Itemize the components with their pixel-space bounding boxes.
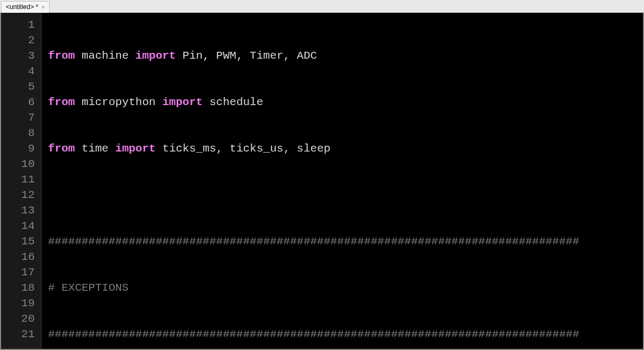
code-line: from machine import Pin, PWM, Timer, ADC xyxy=(48,48,643,63)
close-icon[interactable]: × xyxy=(42,4,45,10)
line-number: 13 xyxy=(5,203,35,218)
code-line: ########################################… xyxy=(48,327,643,342)
line-number: 14 xyxy=(5,218,35,234)
file-tab[interactable]: <untitled> * × xyxy=(1,1,50,13)
line-number: 7 xyxy=(5,110,35,125)
line-number-gutter: 1 2 3 4 5 6 7 8 9 10 11 12 13 14 15 16 1… xyxy=(1,13,42,349)
line-number: 19 xyxy=(5,296,35,311)
line-number: 2 xyxy=(5,33,35,48)
line-number: 18 xyxy=(5,280,35,296)
code-pane[interactable]: from machine import Pin, PWM, Timer, ADC… xyxy=(42,13,643,349)
code-line: from time import ticks_ms, ticks_us, sle… xyxy=(48,141,643,156)
line-number: 21 xyxy=(5,327,35,342)
line-number: 9 xyxy=(5,141,35,156)
editor: 1 2 3 4 5 6 7 8 9 10 11 12 13 14 15 16 1… xyxy=(0,13,644,350)
line-number: 20 xyxy=(5,311,35,327)
code-line: from micropython import schedule xyxy=(48,94,643,110)
line-number: 17 xyxy=(5,265,35,280)
line-number: 6 xyxy=(5,94,35,110)
tab-bar: <untitled> * × xyxy=(0,0,644,13)
line-number: 11 xyxy=(5,172,35,187)
code-line xyxy=(48,187,643,203)
line-number: 16 xyxy=(5,249,35,265)
line-number: 12 xyxy=(5,187,35,203)
line-number: 1 xyxy=(5,17,35,33)
line-number: 15 xyxy=(5,234,35,249)
line-number: 8 xyxy=(5,125,35,141)
line-number: 5 xyxy=(5,79,35,94)
line-number: 10 xyxy=(5,156,35,172)
code-line: ########################################… xyxy=(48,234,643,249)
tab-title: <untitled> * xyxy=(6,3,38,11)
code-line: # EXCEPTIONS xyxy=(48,280,643,296)
line-number: 4 xyxy=(5,63,35,79)
line-number: 3 xyxy=(5,48,35,63)
